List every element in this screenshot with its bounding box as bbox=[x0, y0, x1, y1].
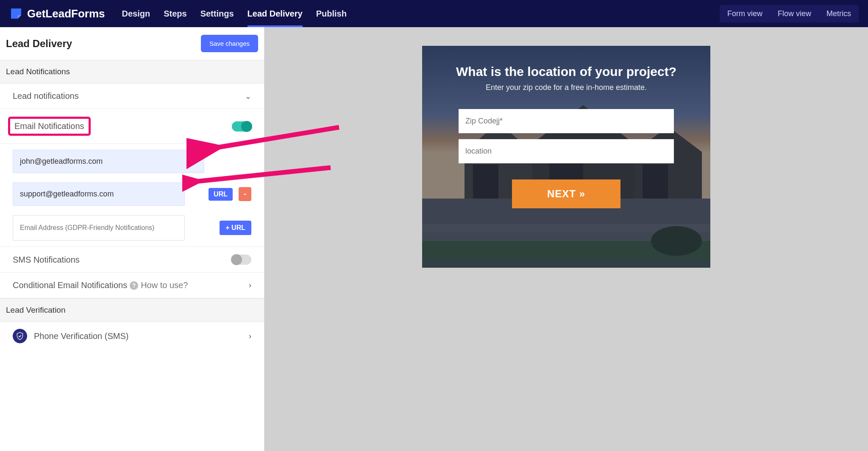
toggle-sms-notifications[interactable] bbox=[232, 255, 251, 265]
url-badge: URL bbox=[209, 188, 233, 201]
row-label: Phone Verification (SMS) bbox=[34, 331, 128, 341]
shield-check-icon bbox=[13, 329, 27, 343]
form-preview-pane: What is the location of your project? En… bbox=[264, 27, 868, 451]
highlight-annotation: Email Notifications bbox=[8, 117, 91, 136]
tab-lead-delivery[interactable]: Lead Delivery bbox=[248, 0, 303, 27]
tab-settings[interactable]: Settings bbox=[200, 0, 234, 27]
settings-sidebar: Lead Delivery Save changes Lead Notifica… bbox=[0, 27, 264, 451]
tab-design[interactable]: Design bbox=[122, 0, 150, 27]
row-conditional-email[interactable]: Conditional Email Notifications ? How to… bbox=[0, 273, 264, 298]
toggle-email-notifications[interactable] bbox=[232, 121, 251, 132]
form-subtitle: Enter your zip code for a free in-home e… bbox=[486, 83, 647, 92]
row-label: Lead notifications bbox=[13, 91, 79, 101]
view-metrics-button[interactable]: Metrics bbox=[820, 6, 858, 22]
brand-logo: GetLeadForms bbox=[9, 7, 105, 20]
brand-name: GetLeadForms bbox=[27, 7, 105, 20]
remove-email-button[interactable]: - bbox=[239, 187, 251, 201]
group-lead-verification: Lead Verification bbox=[0, 298, 264, 322]
next-button[interactable]: NEXT » bbox=[512, 179, 620, 208]
nav-tabs: Design Steps Settings Lead Delivery Publ… bbox=[122, 0, 347, 27]
email-input-new[interactable] bbox=[13, 215, 185, 241]
view-form-button[interactable]: Form view bbox=[721, 6, 769, 22]
row-phone-verification[interactable]: Phone Verification (SMS) › bbox=[0, 322, 264, 350]
row-label: Email Notifications bbox=[14, 121, 84, 131]
chevron-right-icon: › bbox=[249, 332, 251, 341]
email-settings-block: URL - + URL bbox=[0, 144, 264, 247]
sidebar-header: Lead Delivery Save changes bbox=[0, 27, 264, 60]
location-input[interactable] bbox=[459, 139, 674, 163]
save-button[interactable]: Save changes bbox=[201, 35, 258, 52]
view-flow-button[interactable]: Flow view bbox=[771, 6, 818, 22]
chevron-right-icon: › bbox=[249, 281, 251, 290]
row-email-notifications[interactable]: Email Notifications bbox=[0, 109, 264, 144]
chevron-down-icon: ⌄ bbox=[245, 92, 251, 101]
logo-icon bbox=[9, 7, 23, 20]
email-input-2[interactable] bbox=[13, 182, 185, 206]
tab-publish[interactable]: Publish bbox=[316, 0, 347, 27]
tab-steps[interactable]: Steps bbox=[164, 0, 186, 27]
add-url-button[interactable]: + URL bbox=[220, 221, 251, 235]
help-icon[interactable]: ? bbox=[130, 281, 138, 290]
form-card: What is the location of your project? En… bbox=[422, 46, 710, 268]
row-sms-notifications[interactable]: SMS Notifications bbox=[0, 247, 264, 273]
email-input-1[interactable] bbox=[13, 150, 204, 173]
page-title: Lead Delivery bbox=[6, 38, 72, 50]
row-label: Conditional Email Notifications bbox=[13, 280, 127, 290]
row-label: SMS Notifications bbox=[13, 255, 80, 265]
main-area: Lead Delivery Save changes Lead Notifica… bbox=[0, 27, 868, 451]
how-to-use-link[interactable]: How to use? bbox=[141, 280, 188, 290]
zip-code-input[interactable] bbox=[459, 109, 674, 133]
row-lead-notifications[interactable]: Lead notifications ⌄ bbox=[0, 84, 264, 109]
form-title: What is the location of your project? bbox=[456, 64, 676, 79]
view-switcher: Form view Flow view Metrics bbox=[720, 5, 859, 22]
group-lead-notifications: Lead Notifications bbox=[0, 60, 264, 84]
top-nav: GetLeadForms Design Steps Settings Lead … bbox=[0, 0, 868, 27]
